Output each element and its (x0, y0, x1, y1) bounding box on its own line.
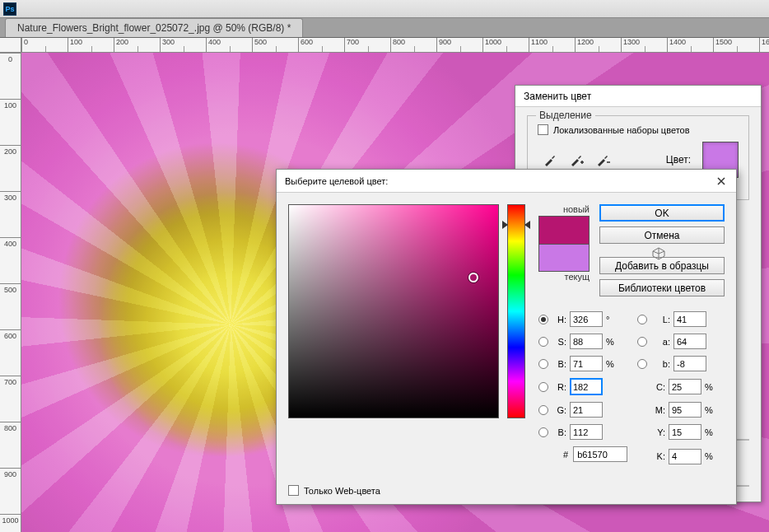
ruler-tick: 200 (114, 38, 160, 52)
hue-indicator-right (524, 221, 530, 229)
hex-input[interactable] (573, 446, 627, 462)
ruler-tick: 1500 (713, 38, 759, 52)
y-label: Y: (650, 427, 665, 437)
current-color-label: текущ (538, 272, 590, 282)
ruler-tick: 1100 (529, 38, 575, 52)
ruler-tick: 700 (344, 38, 390, 52)
saturation-value-field[interactable] (288, 204, 499, 418)
a-radio[interactable] (637, 337, 647, 347)
localized-colors-checkbox[interactable] (538, 124, 548, 135)
eyedropper-icon[interactable] (543, 152, 557, 167)
ruler-tick: 100 (68, 38, 114, 52)
m-label: M: (650, 405, 665, 415)
color-picker-title: Выберите целевой цвет: (285, 176, 388, 186)
hue-slider[interactable] (507, 204, 525, 418)
g-radio[interactable] (538, 405, 548, 415)
bb-label: B: (552, 427, 566, 437)
eyedropper-subtract-icon[interactable] (595, 152, 610, 167)
ruler-tick: 500 (0, 283, 21, 329)
app-icon: Ps (3, 2, 16, 16)
ruler-tick: 800 (0, 422, 21, 468)
lab-b-label: b: (650, 359, 670, 369)
ruler-tick: 300 (160, 38, 206, 52)
ruler-tick: 200 (0, 145, 21, 191)
c-label: C: (650, 382, 665, 392)
lab-b-input[interactable] (673, 356, 706, 371)
gamut-warning-icon[interactable] (652, 247, 665, 260)
ruler-tick: 400 (0, 237, 21, 283)
hue-indicator-left (502, 221, 508, 229)
b-input[interactable] (570, 356, 603, 371)
bb-radio[interactable] (538, 427, 548, 437)
color-libraries-button[interactable]: Библиотеки цветов (599, 279, 725, 296)
k-input[interactable] (669, 449, 701, 464)
r-label: R: (552, 382, 566, 392)
ruler-tick: 100 (0, 99, 21, 145)
h-radio[interactable] (538, 315, 548, 324)
color-picker-dialog[interactable]: Выберите целевой цвет: новый текущ (276, 169, 737, 505)
h-label: H: (552, 315, 566, 324)
ruler-tick: 800 (390, 38, 436, 52)
app-titlebar: Ps (0, 0, 769, 18)
swatch-label: Цвет: (666, 154, 691, 166)
selection-group-title: Выделение (536, 110, 595, 121)
l-label: L: (650, 315, 670, 324)
ruler-tick: 1000 (0, 514, 21, 532)
ruler-tick: 0 (21, 38, 68, 52)
g-input[interactable] (570, 402, 603, 418)
web-only-label: Только Web-цвета (304, 486, 380, 496)
lab-b-radio[interactable] (637, 359, 647, 369)
s-label: S: (552, 337, 566, 347)
ruler-tick: 1600 (759, 38, 769, 52)
ruler-tick: 600 (0, 329, 21, 376)
ruler-tick: 900 (436, 38, 482, 52)
c-input[interactable] (669, 379, 701, 394)
g-label: G: (552, 405, 566, 415)
l-radio[interactable] (637, 315, 647, 324)
ok-button[interactable]: OK (599, 204, 725, 222)
replace-color-title: Заменить цвет (515, 86, 761, 107)
ruler-tick: 500 (252, 38, 298, 52)
document-tabbar: Nature_Flowers_Bright_flower_025072_.jpg… (0, 18, 769, 38)
ruler-tick: 1200 (575, 38, 621, 52)
ruler-tick: 300 (0, 191, 21, 237)
ruler-horizontal[interactable]: 0100200300400500600700800900100011001200… (21, 38, 769, 53)
eyedropper-add-icon[interactable] (569, 152, 584, 167)
localized-colors-label: Локализованные наборы цветов (553, 125, 690, 135)
r-input[interactable] (570, 378, 603, 395)
k-label: K: (650, 451, 665, 461)
ruler-tick: 400 (206, 38, 252, 52)
ruler-vertical[interactable]: 01002003004005006007008009001000 (0, 53, 21, 532)
s-input[interactable] (570, 334, 603, 349)
ruler-tick: 1400 (667, 38, 713, 52)
y-input[interactable] (669, 424, 701, 440)
cancel-button[interactable]: Отмена (599, 226, 725, 244)
m-input[interactable] (669, 402, 701, 418)
a-input[interactable] (673, 334, 706, 349)
r-radio[interactable] (538, 382, 548, 392)
hex-label: # (563, 450, 568, 460)
ruler-tick: 0 (0, 53, 21, 99)
web-only-checkbox[interactable] (288, 485, 299, 496)
ruler-tick: 900 (0, 468, 21, 514)
color-cursor (468, 273, 478, 282)
ruler-tick: 1000 (482, 38, 529, 52)
ruler-tick: 600 (298, 38, 344, 52)
document-tab[interactable]: Nature_Flowers_Bright_flower_025072_.jpg… (5, 18, 303, 37)
close-button[interactable] (715, 175, 728, 188)
ruler-tick: 1300 (621, 38, 667, 52)
new-color-label: новый (538, 204, 590, 214)
ruler-corner (0, 38, 21, 53)
new-color-swatch (538, 216, 590, 244)
b-radio[interactable] (538, 359, 548, 369)
current-color-swatch[interactable] (538, 244, 590, 272)
h-input[interactable] (570, 311, 603, 327)
a-label: a: (650, 337, 670, 347)
l-input[interactable] (673, 311, 706, 327)
s-radio[interactable] (538, 337, 548, 347)
b-label: B: (552, 359, 566, 369)
bb-input[interactable] (570, 424, 603, 440)
ruler-tick: 700 (0, 376, 21, 422)
